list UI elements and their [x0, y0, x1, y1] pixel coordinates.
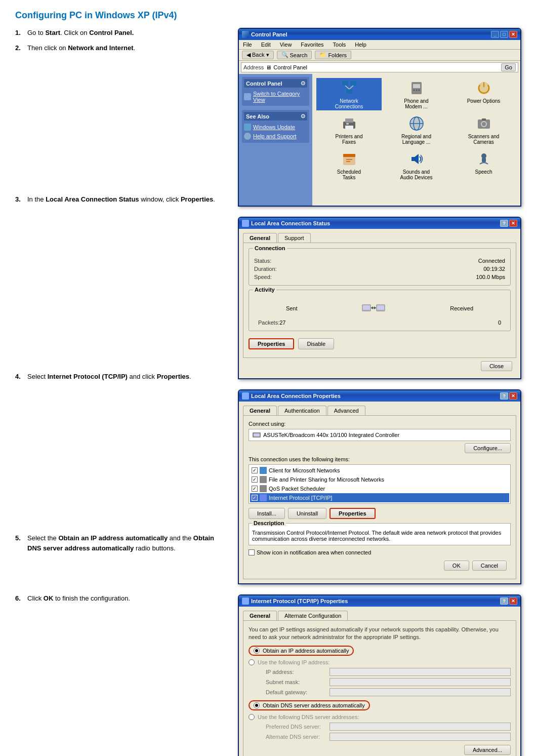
svg-rect-14	[345, 126, 353, 130]
tcpip-help[interactable]: ?	[500, 598, 508, 605]
menu-file[interactable]: File	[241, 41, 254, 48]
lan-props-cancel[interactable]: Cancel	[472, 561, 507, 571]
ip-address-input[interactable]	[330, 668, 511, 676]
lan-status-minimize[interactable]: ?	[500, 220, 508, 227]
adapter-icon	[252, 431, 261, 439]
menu-help[interactable]: Help	[353, 41, 368, 48]
maximize-button[interactable]: □	[500, 31, 508, 38]
activity-group-title: Activity	[253, 287, 276, 293]
back-button[interactable]: ◀ Back ▾	[242, 51, 274, 59]
svg-point-9	[418, 90, 420, 91]
lan-status-title: Local Area Connection Status	[251, 220, 330, 226]
tcpip-tabs: General Alternate Configuration	[243, 611, 516, 620]
file-printer-item[interactable]: ✓ File and Printer Sharing for Microsoft…	[250, 475, 509, 484]
minimize-button[interactable]: _	[491, 31, 499, 38]
windows-update-link[interactable]: Windows Update	[244, 123, 307, 132]
lan-status-close[interactable]: ✕	[509, 220, 517, 227]
close-button[interactable]: ✕	[509, 31, 517, 38]
switch-icon	[244, 93, 251, 100]
subnet-mask-input[interactable]	[330, 678, 511, 686]
file-printer-checkbox[interactable]: ✓	[252, 476, 258, 483]
address-icon: 🖥	[266, 64, 271, 70]
qos-checkbox[interactable]: ✓	[252, 486, 258, 492]
lan-status-close-area: Close	[243, 358, 516, 374]
sounds-audio-icon-item[interactable]: Sounds andAudio Devices	[384, 149, 449, 181]
preferred-dns-input[interactable]	[330, 723, 511, 731]
phone-modem-icon-item[interactable]: Phone andModem ...	[384, 78, 449, 110]
alternate-dns-input[interactable]	[330, 733, 511, 741]
printers-faxes-icon-item[interactable]: Printers andFaxes	[316, 113, 382, 146]
use-following-ip-radio[interactable]	[249, 659, 255, 665]
go-button[interactable]: Go	[501, 63, 516, 71]
configure-button[interactable]: Configure...	[465, 443, 511, 453]
regional-language-icon-item[interactable]: Regional andLanguage ...	[384, 113, 449, 146]
power-options-icon-item[interactable]: Power Options	[451, 78, 516, 110]
address-value: Control Panel	[273, 64, 307, 70]
disable-button[interactable]: Disable	[298, 338, 334, 349]
lan-props-icon	[242, 392, 249, 400]
client-networks-checkbox[interactable]: ✓	[252, 467, 258, 473]
phone-modem-label: Phone andModem ...	[404, 98, 428, 109]
address-bar: Address 🖥 Control Panel Go	[241, 62, 518, 72]
client-networks-item[interactable]: ✓ Client for Microsoft Networks	[250, 466, 509, 475]
qos-item[interactable]: ✓ QoS Packet Scheduler	[250, 484, 509, 493]
tcpip-titlebar: Internet Protocol (TCP/IP) Properties ? …	[239, 595, 520, 607]
activity-icon-area	[361, 300, 386, 316]
default-gateway-row: Default gateway:	[257, 687, 511, 697]
advanced-button[interactable]: Advanced...	[464, 745, 511, 755]
lan-props-help[interactable]: ?	[500, 392, 508, 400]
phone-modem-svg	[407, 79, 426, 97]
scanners-cameras-icon-item[interactable]: Scanners andCameras	[451, 113, 516, 146]
lan-status-tab-content: Connection Status: Connected Duration: 0…	[243, 243, 516, 358]
step-3: 3. In the Local Area Connection Status w…	[15, 194, 228, 205]
tcpip-item[interactable]: ✓ Internet Protocol [TCP/IP]	[250, 493, 509, 502]
speech-svg	[475, 150, 493, 168]
uninstall-button[interactable]: Uninstall	[288, 508, 326, 519]
show-icon-checkbox[interactable]	[249, 549, 255, 555]
lan-props-ok[interactable]: OK	[444, 561, 469, 571]
lan-props-body: General Authentication Advanced Connect …	[239, 402, 520, 583]
svg-point-8	[416, 90, 417, 91]
speech-icon-item[interactable]: Speech	[451, 149, 516, 181]
close-button[interactable]: Close	[481, 361, 512, 371]
scheduled-tasks-icon-item[interactable]: ScheduledTasks	[316, 149, 382, 181]
menu-favorites[interactable]: Favorites	[299, 41, 325, 48]
tab-support[interactable]: Support	[278, 233, 311, 243]
folders-button[interactable]: 📁 Folders	[315, 51, 351, 59]
tab-general[interactable]: General	[243, 233, 277, 243]
tcpip-close[interactable]: ✕	[509, 598, 517, 605]
tab-general-props[interactable]: General	[243, 406, 277, 415]
regional-language-label: Regional andLanguage ...	[401, 134, 431, 145]
tcpip-checkbox[interactable]: ✓	[252, 495, 258, 501]
menu-tools[interactable]: Tools	[331, 41, 348, 48]
description-title: Description	[252, 520, 286, 526]
lan-props-dialog-buttons: OK Cancel	[249, 558, 511, 574]
step-1: 1. Go to Start. Click on Control Panel.	[15, 28, 228, 38]
props-button[interactable]: Properties	[330, 508, 375, 519]
default-gateway-input[interactable]	[330, 688, 511, 696]
install-button[interactable]: Install...	[249, 508, 285, 519]
lan-status-window: Local Area Connection Status ? ✕ General…	[238, 217, 521, 379]
properties-button[interactable]: Properties	[249, 338, 294, 349]
speed-row: Speed: 100.0 Mbps	[254, 273, 505, 281]
power-options-label: Power Options	[467, 98, 501, 104]
use-following-ip-row: Use the following IP address:	[249, 658, 511, 667]
help-support-link[interactable]: Help and Support	[244, 132, 307, 141]
obtain-ip-radio[interactable]	[254, 648, 260, 654]
tab-authentication[interactable]: Authentication	[278, 406, 326, 415]
svg-point-22	[482, 122, 486, 126]
switch-to-category-link[interactable]: Switch to Category View	[244, 90, 307, 104]
network-connections-icon-item[interactable]: NetworkConnections	[316, 78, 382, 110]
lan-props-close[interactable]: ✕	[509, 392, 517, 400]
search-button[interactable]: 🔍 Search	[277, 51, 312, 59]
client-networks-icon	[260, 467, 267, 474]
obtain-dns-radio[interactable]	[254, 702, 260, 708]
menu-edit[interactable]: Edit	[259, 41, 273, 48]
menu-view[interactable]: View	[278, 41, 294, 48]
tab-tcpip-general[interactable]: General	[243, 611, 277, 620]
tab-alternate-config[interactable]: Alternate Configuration	[278, 611, 348, 620]
use-following-dns-radio[interactable]	[249, 714, 255, 720]
lan-props-tab-content: Connect using: ASUSTeK/Broadcom 440x 10/…	[243, 415, 516, 579]
tab-advanced[interactable]: Advanced	[327, 406, 365, 415]
adapter-name: ASUSTeK/Broadcom 440x 10/100 Integrated …	[263, 432, 399, 438]
